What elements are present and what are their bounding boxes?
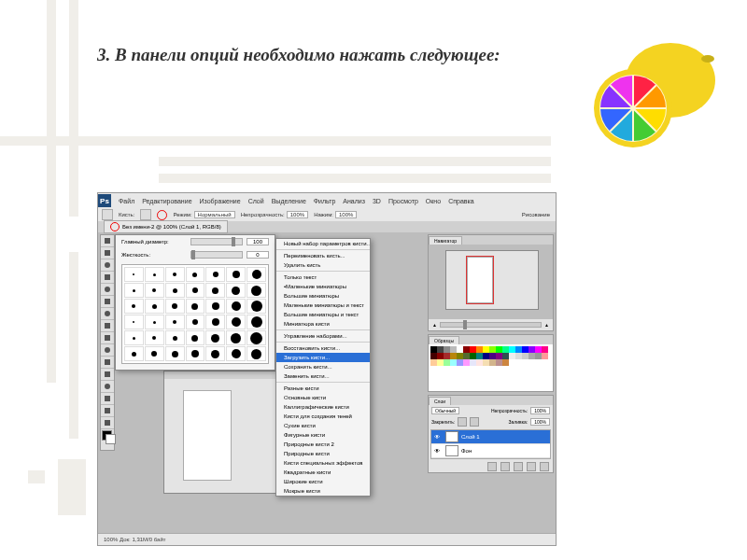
layer-fx-icon[interactable] (487, 462, 497, 471)
menu-item[interactable]: Кисти для создания теней (276, 412, 370, 421)
brush-thumb[interactable] (145, 283, 164, 298)
menu-item[interactable]: Большие миниатюры (276, 291, 370, 301)
swatches-tab[interactable]: Образцы (429, 336, 459, 344)
tool-button[interactable] (101, 320, 114, 332)
brush-thumb[interactable] (124, 346, 144, 361)
menu-item[interactable]: 3D (373, 198, 381, 204)
tool-button[interactable] (101, 259, 114, 272)
color-swatch[interactable] (515, 353, 522, 359)
color-swatch[interactable] (489, 353, 496, 359)
brush-thumb[interactable] (124, 330, 144, 345)
hardness-value[interactable]: 0 (247, 251, 269, 259)
color-swatch[interactable] (450, 359, 457, 366)
tool-button[interactable] (101, 296, 114, 308)
brush-preset-picker[interactable] (140, 209, 151, 220)
brush-thumb[interactable] (205, 299, 225, 314)
new-layer-icon[interactable] (527, 462, 536, 471)
layer-row[interactable]: 👁Слой 1 (431, 430, 550, 444)
navigator-thumbnail[interactable] (445, 250, 539, 310)
menu-item[interactable]: Кисти специальных эффектов (276, 458, 370, 468)
tool-button[interactable] (101, 405, 114, 417)
brush-thumb[interactable] (247, 315, 266, 329)
menu-item[interactable]: Файл (119, 198, 134, 204)
tool-button[interactable] (101, 284, 114, 296)
color-swatch[interactable] (509, 346, 515, 353)
lock-icon[interactable] (470, 417, 479, 427)
menu-item[interactable]: Основные кисти (276, 393, 370, 402)
layer-mask-icon[interactable] (500, 462, 510, 471)
color-swatch[interactable] (470, 359, 476, 366)
color-swatch[interactable] (496, 359, 502, 366)
menu-item[interactable]: Разные кисти (276, 384, 370, 393)
color-swatch[interactable] (522, 346, 529, 353)
layer-fill[interactable]: 100% (530, 418, 550, 426)
menu-item[interactable]: Удалить кисть (276, 260, 370, 270)
color-swatch[interactable] (535, 353, 542, 359)
menu-item[interactable]: Окно (426, 198, 441, 204)
brush-thumb[interactable] (124, 315, 144, 329)
brush-thumb[interactable] (186, 283, 205, 298)
menu-item[interactable]: Мокрые кисти (276, 486, 370, 496)
color-swatch[interactable] (476, 346, 483, 353)
color-swatch[interactable] (457, 346, 463, 353)
brush-thumb[interactable] (186, 346, 205, 361)
color-swatch[interactable] (444, 359, 450, 366)
brush-thumb[interactable] (247, 330, 266, 345)
color-swatch[interactable] (444, 346, 450, 353)
color-swatch[interactable] (476, 353, 483, 359)
color-swatch[interactable] (430, 346, 437, 353)
color-swatch[interactable] (437, 346, 444, 353)
brush-thumb[interactable] (124, 267, 144, 282)
color-swatch[interactable] (457, 353, 463, 359)
color-swatch[interactable] (476, 359, 483, 366)
menu-item[interactable]: Новый набор параметров кисти... (276, 239, 370, 248)
tool-button[interactable] (101, 247, 114, 259)
menu-item[interactable]: Фигурные кисти (276, 430, 370, 440)
color-swatch[interactable] (463, 346, 470, 353)
menu-item[interactable]: Квадратные кисти (276, 468, 370, 477)
menu-item[interactable]: Анализ (343, 198, 365, 204)
color-swatch[interactable] (463, 353, 470, 359)
brush-thumbnail-grid[interactable] (121, 264, 269, 364)
menu-item[interactable]: Просмотр (388, 198, 418, 204)
brush-thumb[interactable] (145, 346, 164, 361)
tool-button[interactable] (101, 235, 114, 247)
menu-item[interactable]: Выделение (272, 198, 306, 204)
color-swatch[interactable] (444, 353, 450, 359)
brush-thumb[interactable] (165, 346, 185, 361)
workspace-label[interactable]: Рисование (522, 212, 550, 217)
menu-item[interactable]: Большие миниатюры и текст (276, 310, 370, 319)
menu-item[interactable]: Маленькие миниатюры и текст (276, 301, 370, 310)
color-swatch[interactable] (437, 359, 444, 366)
zoom-slider[interactable] (440, 322, 542, 328)
lock-icon[interactable] (458, 417, 467, 427)
color-swatch[interactable] (542, 353, 548, 359)
layer-row[interactable]: 👁Фон (431, 444, 550, 458)
tool-button[interactable] (101, 344, 114, 357)
color-swatch[interactable] (483, 346, 489, 353)
menu-item[interactable]: Управление наборами... (276, 331, 370, 341)
tool-button[interactable] (101, 393, 114, 405)
color-swatch[interactable] (489, 359, 496, 366)
color-swatch[interactable] (529, 353, 535, 359)
brush-thumb[interactable] (205, 315, 225, 329)
trash-icon[interactable] (540, 462, 549, 471)
color-swatches[interactable] (101, 429, 114, 450)
brush-thumb[interactable] (186, 299, 205, 314)
color-swatch[interactable] (470, 346, 476, 353)
color-swatch[interactable] (509, 353, 515, 359)
tool-button[interactable] (101, 332, 114, 344)
color-swatch[interactable] (502, 353, 509, 359)
brush-thumb[interactable] (226, 346, 246, 361)
menu-item[interactable]: Каллиграфические кисти (276, 402, 370, 412)
brush-thumb[interactable] (165, 283, 185, 298)
color-swatch[interactable] (470, 353, 476, 359)
tool-button[interactable] (101, 369, 114, 381)
menu-item[interactable]: Только текст (276, 273, 370, 282)
brush-thumb[interactable] (247, 346, 266, 361)
menu-item[interactable]: Миниатюра кисти (276, 319, 370, 329)
brush-thumb[interactable] (226, 315, 246, 329)
menu-item[interactable]: Восстановить кисти... (276, 343, 370, 353)
visibility-icon[interactable]: 👁 (431, 434, 443, 440)
menu-item[interactable]: Фильтр (314, 198, 336, 204)
